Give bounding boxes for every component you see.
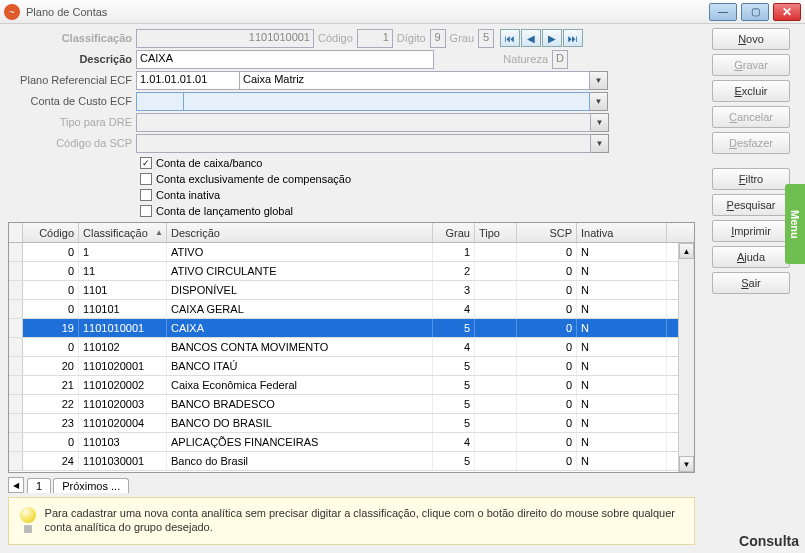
label-plano-ref: Plano Referencial ECF bbox=[8, 74, 136, 86]
menu-side-tab[interactable]: Menu bbox=[785, 184, 805, 264]
cell-inativa: N bbox=[577, 338, 667, 356]
tab-nav-prev[interactable]: ◀ bbox=[8, 477, 24, 493]
plano-ref-dropdown-button[interactable]: ▼ bbox=[590, 71, 608, 90]
cell-descricao: BANCO ITAÚ bbox=[167, 357, 433, 375]
field-plano-ref-cod[interactable]: 1.01.01.01.01 bbox=[136, 71, 240, 90]
field-codigo-scp bbox=[136, 134, 591, 153]
nav-last-button[interactable]: ⏭ bbox=[563, 29, 583, 47]
table-row[interactable]: 0110103APLICAÇÕES FINANCEIRAS40N bbox=[9, 433, 694, 452]
row-handle[interactable] bbox=[9, 357, 23, 375]
cell-classificacao: 1101020003 bbox=[79, 395, 167, 413]
row-handle[interactable] bbox=[9, 433, 23, 451]
checkbox-1[interactable] bbox=[140, 173, 152, 185]
row-handle[interactable] bbox=[9, 338, 23, 356]
table-row[interactable]: 01101DISPONÍVEL30N bbox=[9, 281, 694, 300]
cell-grau: 4 bbox=[433, 338, 475, 356]
pesquisar-button[interactable]: Pesquisar bbox=[712, 194, 790, 216]
field-descricao[interactable]: CAIXA bbox=[136, 50, 434, 69]
accounts-grid: Código Classificação▲ Descrição Grau Tip… bbox=[8, 222, 695, 473]
table-row[interactable]: 01ATIVO10N bbox=[9, 243, 694, 262]
checkbox-label-0: Conta de caixa/banco bbox=[156, 157, 262, 169]
cell-inativa: N bbox=[577, 376, 667, 394]
excluir-button[interactable]: Excluir bbox=[712, 80, 790, 102]
row-handle[interactable] bbox=[9, 319, 23, 337]
nav-next-button[interactable]: ▶ bbox=[542, 29, 562, 47]
table-row[interactable]: 231101020004BANCO DO BRASIL50N bbox=[9, 414, 694, 433]
field-conta-custo-desc[interactable] bbox=[184, 92, 590, 111]
cell-inativa: N bbox=[577, 414, 667, 432]
conta-custo-dropdown-button[interactable]: ▼ bbox=[590, 92, 608, 111]
cell-tipo bbox=[475, 262, 517, 280]
gravar-button[interactable]: Gravar bbox=[712, 54, 790, 76]
tipo-dre-dropdown-button[interactable]: ▼ bbox=[591, 113, 609, 132]
table-row[interactable]: 191101010001CAIXA50N bbox=[9, 319, 694, 338]
table-row[interactable]: 201101020001BANCO ITAÚ50N bbox=[9, 357, 694, 376]
row-handle[interactable] bbox=[9, 243, 23, 261]
col-classificacao[interactable]: Classificação▲ bbox=[79, 223, 167, 242]
checkbox-2[interactable] bbox=[140, 189, 152, 201]
cell-inativa: N bbox=[577, 300, 667, 318]
titlebar: ~ Plano de Contas — ▢ ✕ bbox=[0, 0, 805, 24]
codigo-scp-dropdown-button[interactable]: ▼ bbox=[591, 134, 609, 153]
desfazer-button[interactable]: Desfazer bbox=[712, 132, 790, 154]
col-descricao[interactable]: Descrição bbox=[167, 223, 433, 242]
field-grau: 5 bbox=[478, 29, 494, 48]
row-handle[interactable] bbox=[9, 262, 23, 280]
minimize-button[interactable]: — bbox=[709, 3, 737, 21]
cell-classificacao: 1101010001 bbox=[79, 319, 167, 337]
ajuda-button[interactable]: Ajuda bbox=[712, 246, 790, 268]
row-handle[interactable] bbox=[9, 395, 23, 413]
window-title: Plano de Contas bbox=[26, 6, 107, 18]
cell-inativa: N bbox=[577, 357, 667, 375]
cell-scp: 0 bbox=[517, 357, 577, 375]
col-grau[interactable]: Grau bbox=[433, 223, 475, 242]
cancelar-button[interactable]: Cancelar bbox=[712, 106, 790, 128]
field-conta-custo-cod[interactable] bbox=[136, 92, 184, 111]
cell-grau: 5 bbox=[433, 452, 475, 470]
table-row[interactable]: 211101020002Caixa Econômica Federal50N bbox=[9, 376, 694, 395]
tab-1[interactable]: 1 bbox=[27, 478, 51, 493]
scroll-down-button[interactable]: ▼ bbox=[679, 456, 694, 472]
cell-tipo bbox=[475, 338, 517, 356]
tab-proximos[interactable]: Próximos ... bbox=[53, 478, 129, 493]
cell-inativa: N bbox=[577, 243, 667, 261]
close-button[interactable]: ✕ bbox=[773, 3, 801, 21]
cell-grau: 5 bbox=[433, 376, 475, 394]
grid-vscrollbar[interactable]: ▲ ▼ bbox=[678, 243, 694, 472]
cell-scp: 0 bbox=[517, 243, 577, 261]
filtro-button[interactable]: Filtro bbox=[712, 168, 790, 190]
table-row[interactable]: 0110101CAIXA GERAL40N bbox=[9, 300, 694, 319]
nav-prev-button[interactable]: ◀ bbox=[521, 29, 541, 47]
table-row[interactable]: 241101030001Banco do Brasil50N bbox=[9, 452, 694, 471]
table-row[interactable]: 221101020003BANCO BRADESCO50N bbox=[9, 395, 694, 414]
cell-classificacao: 110102 bbox=[79, 338, 167, 356]
row-handle[interactable] bbox=[9, 376, 23, 394]
imprimir-button[interactable]: Imprimir bbox=[712, 220, 790, 242]
col-scp[interactable]: SCP bbox=[517, 223, 577, 242]
row-handle[interactable] bbox=[9, 452, 23, 470]
row-handle[interactable] bbox=[9, 300, 23, 318]
col-inativa[interactable]: Inativa bbox=[577, 223, 667, 242]
cell-codigo: 20 bbox=[23, 357, 79, 375]
nav-first-button[interactable]: ⏮ bbox=[500, 29, 520, 47]
cell-grau: 5 bbox=[433, 357, 475, 375]
field-plano-ref-desc[interactable]: Caixa Matriz bbox=[240, 71, 590, 90]
row-handle[interactable] bbox=[9, 414, 23, 432]
cell-classificacao: 1101 bbox=[79, 281, 167, 299]
maximize-button[interactable]: ▢ bbox=[741, 3, 769, 21]
scroll-up-button[interactable]: ▲ bbox=[679, 243, 694, 259]
cell-inativa: N bbox=[577, 281, 667, 299]
checkbox-label-1: Conta exclusivamente de compensação bbox=[156, 173, 351, 185]
row-handle[interactable] bbox=[9, 281, 23, 299]
col-tipo[interactable]: Tipo bbox=[475, 223, 517, 242]
col-codigo[interactable]: Código bbox=[23, 223, 79, 242]
sair-button[interactable]: Sair bbox=[712, 272, 790, 294]
checkbox-0[interactable]: ✓ bbox=[140, 157, 152, 169]
table-row[interactable]: 0110102BANCOS CONTA MOVIMENTO40N bbox=[9, 338, 694, 357]
app-icon: ~ bbox=[4, 4, 20, 20]
cell-codigo: 0 bbox=[23, 243, 79, 261]
cell-descricao: CAIXA GERAL bbox=[167, 300, 433, 318]
novo-button[interactable]: Novo bbox=[712, 28, 790, 50]
checkbox-3[interactable] bbox=[140, 205, 152, 217]
table-row[interactable]: 011ATIVO CIRCULANTE20N bbox=[9, 262, 694, 281]
